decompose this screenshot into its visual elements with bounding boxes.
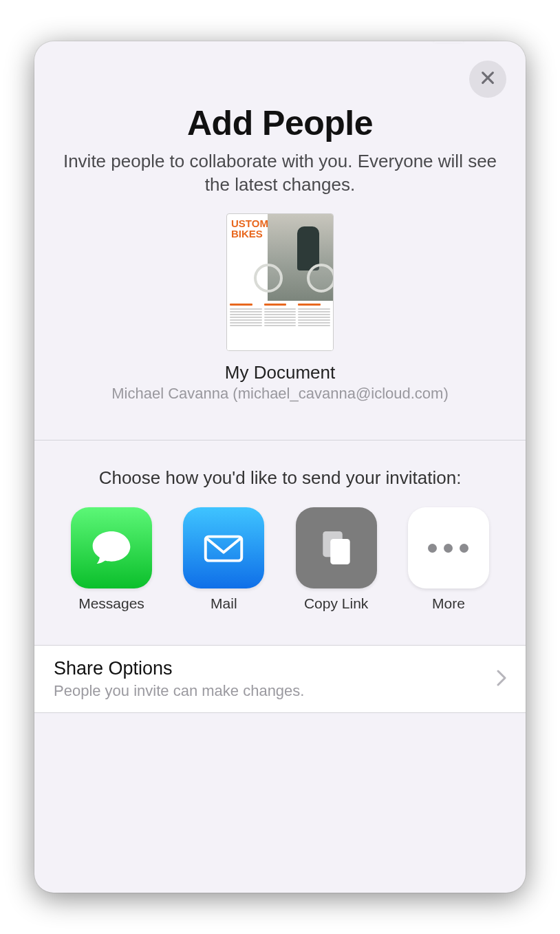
messages-icon <box>71 507 152 588</box>
modal-subtitle: Invite people to collaborate with you. E… <box>62 150 498 197</box>
choose-label: Choose how you'd like to send your invit… <box>62 467 498 490</box>
invite-option-label: Mail <box>211 595 237 612</box>
document-name: My Document <box>62 362 498 383</box>
invite-option-label: Messages <box>78 595 144 612</box>
share-options-row[interactable]: Share Options People you invite can make… <box>34 645 526 713</box>
modal-header: Add People Invite people to collaborate … <box>34 41 526 423</box>
invite-option-messages[interactable]: Messages <box>63 507 160 612</box>
invite-option-label: Copy Link <box>304 595 368 612</box>
invite-option-row: Messages Mail Copy Lin <box>62 507 498 612</box>
thumb-heading-2: BIKES <box>231 229 268 239</box>
thumb-heading-1: USTOM <box>231 218 268 229</box>
chevron-right-icon <box>497 670 506 689</box>
copy-link-icon <box>296 507 377 588</box>
invite-option-label: More <box>432 595 465 612</box>
share-options-title: Share Options <box>54 658 497 679</box>
invite-option-mail[interactable]: Mail <box>175 507 272 612</box>
invite-option-copy-link[interactable]: Copy Link <box>288 507 385 612</box>
share-options-detail: People you invite can make changes. <box>54 682 497 700</box>
invite-section: Choose how you'd like to send your invit… <box>34 441 526 625</box>
modal-title: Add People <box>62 103 498 143</box>
add-people-modal: Add People Invite people to collaborate … <box>34 41 526 893</box>
close-icon <box>480 70 495 88</box>
document-thumbnail: USTOM BIKES <box>226 213 334 351</box>
svg-rect-2 <box>330 539 349 564</box>
document-owner: Michael Cavanna (michael_cavanna@icloud.… <box>62 385 498 403</box>
close-button[interactable] <box>469 61 506 98</box>
mail-icon <box>183 507 264 588</box>
more-icon <box>408 507 489 588</box>
invite-option-more[interactable]: More <box>400 507 497 612</box>
